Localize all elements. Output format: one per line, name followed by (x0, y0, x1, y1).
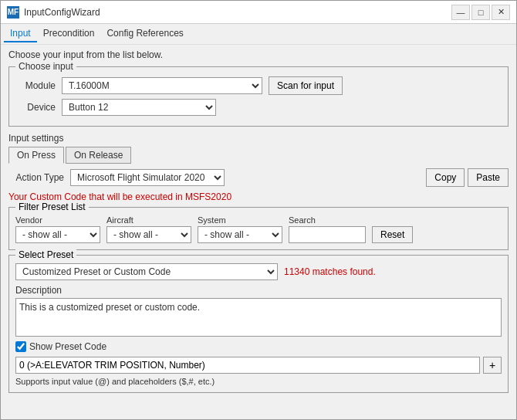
reset-button[interactable]: Reset (372, 226, 413, 243)
system-col: System - show all - (198, 215, 282, 243)
show-code-label: Show Preset Code (29, 341, 106, 352)
choose-input-group: Choose input Module T.16000M Scan for in… (8, 66, 509, 127)
action-label: Action Type (8, 172, 70, 183)
window-title: InputConfigWizard (24, 7, 100, 18)
copy-button[interactable]: Copy (426, 168, 465, 187)
filter-preset-group: Filter Preset List Vendor - show all - A… (8, 207, 509, 250)
system-label: System (198, 215, 282, 225)
tab-on-press[interactable]: On Press (8, 147, 64, 164)
system-select[interactable]: - show all - (198, 226, 282, 243)
device-row: Device Button 12 (15, 99, 502, 116)
preset-select-row: Customized Preset or Custom Code 11340 m… (15, 263, 502, 280)
device-label: Device (15, 102, 62, 113)
app-icon: MF (7, 6, 19, 19)
search-label: Search (289, 215, 366, 225)
maximize-button[interactable]: □ (471, 5, 490, 20)
search-input[interactable] (289, 226, 366, 243)
desc-label: Description (15, 285, 502, 296)
module-row: Module T.16000M Scan for input (15, 76, 502, 95)
vendor-label: Vendor (15, 215, 100, 225)
aircraft-label: Aircraft (106, 215, 191, 225)
filter-preset-title: Filter Preset List (15, 202, 89, 212)
vendor-select[interactable]: - show all - (15, 226, 100, 243)
vendor-col: Vendor - show all - (15, 215, 100, 243)
code-row: + (15, 357, 502, 374)
menu-bar: Input Precondition Config References (1, 24, 516, 45)
module-label: Module (15, 80, 62, 91)
show-code-row: Show Preset Code (15, 341, 502, 352)
help-text: Choose your input from the list below. (8, 49, 509, 60)
menu-input[interactable]: Input (4, 25, 37, 42)
menu-config-references[interactable]: Config References (100, 25, 189, 42)
show-code-checkbox[interactable] (15, 341, 26, 352)
supports-text: Supports input value (@) and placeholder… (15, 377, 502, 386)
tab-bar: On Press On Release (8, 147, 509, 164)
choose-input-title: Choose input (15, 61, 76, 72)
desc-box: This is a customized preset or custom co… (15, 298, 502, 337)
select-preset-group: Select Preset Customized Preset or Custo… (8, 255, 509, 393)
action-info-text: Your Custom Code that will be executed i… (8, 191, 509, 202)
close-button[interactable]: ✕ (492, 5, 510, 20)
aircraft-select[interactable]: - show all - (106, 226, 191, 243)
preset-select[interactable]: Customized Preset or Custom Code (15, 263, 278, 280)
action-type-select[interactable]: Microsoft Flight Simulator 2020 (70, 169, 225, 186)
menu-precondition[interactable]: Precondition (37, 25, 101, 42)
action-row: Action Type Microsoft Flight Simulator 2… (8, 168, 509, 187)
filter-row: Vendor - show all - Aircraft - show all … (15, 215, 502, 243)
code-input[interactable] (15, 357, 480, 374)
device-select[interactable]: Button 12 (62, 99, 216, 116)
input-settings-section: Input settings On Press On Release Actio… (8, 133, 509, 393)
search-col: Search (289, 215, 366, 243)
matches-text: 11340 matches found. (284, 266, 376, 277)
paste-button[interactable]: Paste (468, 168, 509, 187)
tab-on-release[interactable]: On Release (66, 147, 131, 164)
title-bar-controls: — □ ✕ (451, 5, 510, 20)
module-select[interactable]: T.16000M (62, 77, 262, 94)
add-button[interactable]: + (483, 357, 502, 374)
desc-text: This is a customized preset or custom co… (19, 302, 200, 313)
scan-button[interactable]: Scan for input (269, 76, 343, 95)
select-preset-title: Select Preset (15, 249, 76, 260)
input-settings-label: Input settings (8, 133, 509, 144)
minimize-button[interactable]: — (451, 5, 470, 20)
action-buttons: Copy Paste (426, 168, 509, 187)
aircraft-col: Aircraft - show all - (106, 215, 191, 243)
